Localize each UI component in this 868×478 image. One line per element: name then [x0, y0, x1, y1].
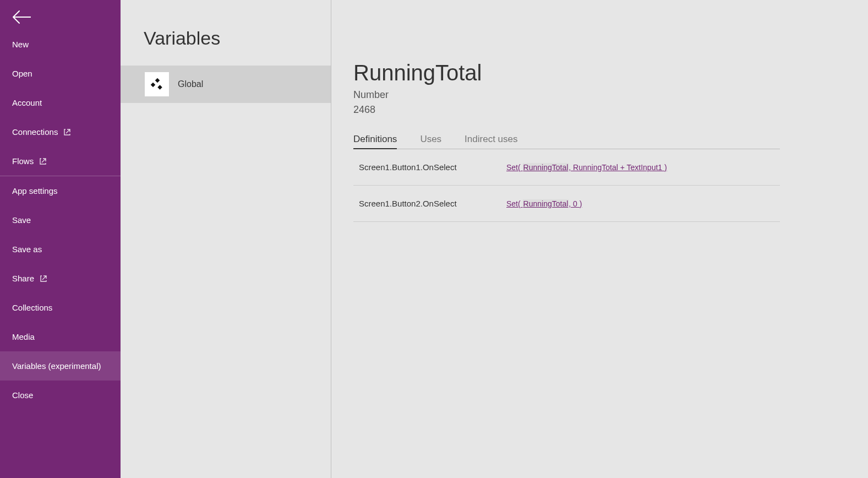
external-link-icon — [63, 128, 71, 136]
tab-indirect-uses[interactable]: Indirect uses — [465, 134, 517, 149]
definition-formula-link[interactable]: Set( RunningTotal, RunningTotal + TextIn… — [506, 163, 667, 172]
detail-tabs: Definitions Uses Indirect uses — [353, 134, 780, 149]
back-button[interactable] — [0, 0, 121, 30]
external-link-icon — [39, 157, 47, 165]
nav-save-as[interactable]: Save as — [0, 235, 121, 264]
definition-formula-link[interactable]: Set( RunningTotal, 0 ) — [506, 199, 582, 208]
svg-rect-1 — [151, 83, 155, 87]
nav-label: Close — [12, 390, 33, 400]
variable-value: 2468 — [353, 102, 780, 117]
nav-label: Flows — [12, 156, 34, 166]
nav-save[interactable]: Save — [0, 205, 121, 235]
nav-variables[interactable]: Variables (experimental) — [0, 351, 121, 381]
variable-detail-panel: RunningTotal Number 2468 Definitions Use… — [331, 0, 868, 478]
nav-label: New — [12, 40, 29, 49]
definition-location: Screen1.Button2.OnSelect — [359, 199, 506, 208]
global-scope-icon — [145, 72, 169, 96]
nav-label: Open — [12, 69, 32, 78]
left-sidebar: New Open Account Connections Flows App s… — [0, 0, 121, 478]
nav-label: Connections — [12, 127, 58, 137]
nav-open[interactable]: Open — [0, 59, 121, 88]
definition-row: Screen1.Button2.OnSelect Set( RunningTot… — [353, 186, 780, 222]
nav-account[interactable]: Account — [0, 88, 121, 117]
nav-label: Save as — [12, 245, 42, 254]
nav-label: Media — [12, 332, 35, 341]
panel-title: Variables — [121, 0, 331, 66]
nav-close[interactable]: Close — [0, 381, 121, 410]
tab-definitions[interactable]: Definitions — [353, 134, 397, 149]
nav-flows[interactable]: Flows — [0, 146, 121, 176]
variable-type: Number — [353, 88, 780, 102]
scope-global[interactable]: Global — [121, 66, 331, 103]
nav-label: Save — [12, 215, 31, 225]
tab-uses[interactable]: Uses — [420, 134, 441, 149]
nav-app-settings[interactable]: App settings — [0, 176, 121, 205]
definition-location: Screen1.Button1.OnSelect — [359, 162, 506, 172]
nav-share[interactable]: Share — [0, 264, 121, 293]
nav-label: Account — [12, 98, 42, 107]
nav-label: Variables (experimental) — [12, 361, 101, 371]
variables-scope-panel: Variables Global — [121, 0, 331, 478]
scope-label: Global — [178, 79, 203, 89]
nav-collections[interactable]: Collections — [0, 293, 121, 322]
nav-connections[interactable]: Connections — [0, 117, 121, 146]
nav-label: App settings — [12, 186, 58, 195]
external-link-icon — [40, 275, 47, 283]
svg-rect-2 — [157, 85, 162, 89]
nav-label: Collections — [12, 303, 52, 312]
definition-row: Screen1.Button1.OnSelect Set( RunningTot… — [353, 149, 780, 186]
nav-media[interactable]: Media — [0, 322, 121, 351]
variable-name: RunningTotal — [353, 61, 780, 85]
back-arrow-icon — [12, 10, 31, 24]
nav-label: Share — [12, 274, 34, 283]
svg-rect-0 — [155, 78, 160, 83]
nav-new[interactable]: New — [0, 30, 121, 59]
